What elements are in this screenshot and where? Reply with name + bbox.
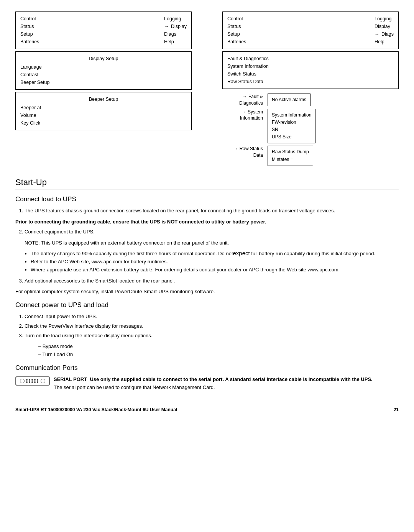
serial-port-icon [15,376,50,386]
footer-left: Smart-UPS RT 15000/20000 VA 230 Vac Stac… [15,407,177,412]
step1-item: The UPS features chassis ground connecti… [25,207,399,215]
right-diag-container: Control Status Setup Batteries Logging D… [222,11,399,166]
serial-circle-right [41,379,45,383]
power-step3: Turn on the load using the interface dis… [25,332,399,340]
beeper-volume: Volume [20,112,187,119]
optimal-note: For optimal computer system security, in… [15,288,399,296]
left-menu-control: Control [20,15,39,23]
comm-ports-body: SERIAL PORT Use only the supplied cable … [15,376,399,392]
right-top-menu-box: Control Status Setup Batteries Logging D… [222,11,399,49]
left-menu-status: Status [20,23,39,30]
raw-status-row: → Raw StatusData Raw Status Dump M state… [222,146,399,166]
serial-text-col: SERIAL PORT Use only the supplied cable … [54,376,399,392]
diagram-left: Control Status Setup Batteries Logging →… [15,11,192,166]
left-menu-diags: Diags [164,30,187,38]
display-language: Language [20,63,187,71]
right-menu-status: Status [227,23,246,30]
sys-ups-size: UPS Size [272,133,311,141]
fault-row: → Fault &Diagnostics No Active alarms [222,94,399,107]
serial-circle-left [20,379,25,383]
comm-ports-subtitle: Communication Ports [15,364,399,372]
bullet-2: Refer to the APC Web site, www.apc.com f… [31,258,399,266]
bullet-list: The battery charges to 90% capacity duri… [31,249,399,274]
raw-status-label: → Raw StatusData [222,146,264,159]
step3-item: Add optional accessories to the SmartSlo… [25,277,399,285]
left-menu-batteries: Batteries [20,38,39,46]
power-step1: Connect input power to the UPS. [25,313,399,321]
connect-power-subtitle: Connect power to UPS and load [15,301,399,309]
system-info-row: → SystemInformation System Information F… [222,109,399,144]
right-menu-control: Control [227,15,246,23]
serial-bold-text: Use only the supplied cable to connect t… [90,376,372,382]
bypass-mode: Bypass mode [38,343,399,351]
beeper-at: Beeper at [20,104,187,112]
serial-section: SERIAL PORT Use only the supplied cable … [15,376,399,392]
sub-items: Bypass mode Turn Load On [38,343,399,359]
system-info-box: System Information FW-revision SN UPS Si… [268,109,315,144]
raw-m-states: M states = [272,156,309,163]
left-menu-display: → Display [164,23,187,30]
system-info-label: → SystemInformation [222,109,264,122]
connect-load-subtitle: Connect load to UPS [15,195,399,203]
right-menu-batteries: Batteries [227,38,246,46]
left-menu-help: Help [164,38,187,46]
diagram-right: Control Status Setup Batteries Logging D… [222,11,399,166]
diags-fault: Fault & Diagnostics [227,55,394,62]
beeper-key-click: Key Click [20,119,187,127]
right-top-col-left: Control Status Setup Batteries [227,15,246,46]
sys-info-title: System Information [272,112,311,119]
step2-item: Connect equipment to the UPS. [25,228,399,236]
startup-title: Start-Up [15,177,399,189]
footer-right: 21 [394,407,399,412]
left-menu-setup: Setup [20,30,39,38]
diags-switch-status: Switch Status [227,70,394,78]
fault-label: → Fault &Diagnostics [222,94,264,107]
connect-power-body: Connect input power to the UPS. Check th… [15,313,399,359]
raw-status-box: Raw Status Dump M states = [268,146,313,166]
display-beeper-setup: Beeper Setup [20,79,187,86]
left-beeper-setup-box: Beeper Setup Beeper at Volume Key Click [15,92,192,130]
sys-fw-revision: FW-revision [272,119,311,126]
fault-box: No Active alarms [268,94,310,106]
right-top-col-right: Logging Display → Diags Help [375,15,394,46]
right-sub-rows: → Fault &Diagnostics No Active alarms → … [222,94,399,166]
right-menu-display: Display [375,23,394,30]
left-display-setup-box: Display Setup Language Contrast Beeper S… [15,51,192,90]
note-text: NOTE: This UPS is equipped with an exter… [25,239,399,247]
raw-status-dump: Raw Status Dump [272,148,309,156]
connect-load-body: The UPS features chassis ground connecti… [15,207,399,296]
left-menu-logging: Logging [164,15,187,23]
bold-warning: Prior to connecting the grounding cable,… [15,218,399,226]
diagram-area: Control Status Setup Batteries Logging →… [15,11,399,166]
serial-dots [26,379,39,383]
diags-system-info: System Information [227,62,394,70]
diags-raw-status: Raw Status Data [227,78,394,85]
right-diags-submenu-box: Fault & Diagnostics System Information S… [222,51,399,89]
turn-load-on: Turn Load On [38,351,399,359]
main-content: Start-Up Connect load to UPS The UPS fea… [15,177,399,392]
left-top-menu-box: Control Status Setup Batteries Logging →… [15,11,192,49]
right-menu-logging: Logging [375,15,394,23]
right-menu-diags: → Diags [375,30,394,38]
power-step2: Check the PowerView interface display fo… [25,322,399,330]
left-top-col-left: Control Status Setup Batteries [20,15,39,46]
beeper-setup-title: Beeper Setup [20,95,187,103]
bullet-1: The battery charges to 90% capacity duri… [31,249,399,258]
bullet-3: Where appropriate use an APC extension b… [31,266,399,274]
serial-note: The serial port can be used to configure… [54,384,399,392]
display-contrast: Contrast [20,71,187,79]
sys-sn: SN [272,126,311,133]
display-setup-title: Display Setup [20,55,187,62]
left-top-col-right: Logging → Display Diags Help [164,15,187,46]
no-active-alarms: No Active alarms [272,96,306,103]
right-menu-setup: Setup [227,30,246,38]
right-menu-help: Help [375,38,394,46]
page-footer: Smart-UPS RT 15000/20000 VA 230 Vac Stac… [15,407,399,412]
serial-port-label: SERIAL PORT [54,376,90,382]
